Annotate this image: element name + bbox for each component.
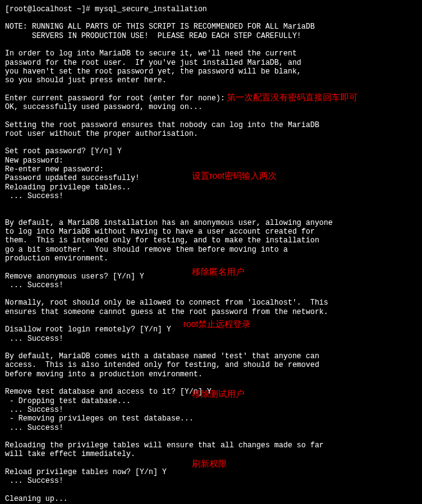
terminal-line — [5, 40, 417, 49]
terminal-line: ensures that someone cannot guess at the… — [5, 308, 417, 316]
terminal-line — [5, 432, 417, 441]
terminal-line: ... Success! — [5, 335, 417, 343]
terminal-line: - Removing privileges on test database..… — [5, 414, 417, 423]
terminal-line — [5, 343, 417, 352]
terminal-line: SERVERS IN PRODUCTION USE! PLEASE READ E… — [5, 32, 417, 40]
terminal-line: root user without the proper authorisati… — [5, 130, 417, 138]
terminal-line: them. This is intended only for testing,… — [5, 236, 417, 245]
terminal-line: before moving into a production environm… — [5, 370, 417, 379]
terminal-line — [5, 486, 417, 495]
terminal-line: OK, successfully used password, moving o… — [5, 103, 417, 112]
terminal-line: ... Success! — [5, 477, 417, 485]
terminal-line: password for the root user. If you've ju… — [5, 59, 417, 67]
terminal-line: By default, a MariaDB installation has a… — [5, 219, 417, 227]
terminal-line: Setting the root password ensures that n… — [5, 121, 417, 130]
terminal-line: Set root password? [Y/n] Y — [5, 147, 417, 156]
terminal-line: Cleaning up... — [5, 495, 417, 503]
annotation-disallow-remote-root: root禁止远程登录 — [183, 319, 251, 330]
terminal-line: to log into MariaDB without having to ha… — [5, 227, 417, 236]
terminal-line — [5, 138, 417, 147]
terminal-line: Normally, root should only be allowed to… — [5, 298, 417, 307]
terminal-line: [root@localhost ~]# mysql_secure_install… — [5, 5, 417, 14]
terminal-line: New password: — [5, 156, 417, 165]
terminal-line — [5, 379, 417, 388]
terminal-output: [root@localhost ~]# mysql_secure_install… — [5, 5, 417, 503]
terminal-line: will take effect immediately. — [5, 450, 417, 459]
terminal-line: access. This is also intended only for t… — [5, 361, 417, 369]
terminal-line: Reloading the privilege tables will ensu… — [5, 441, 417, 450]
terminal-line — [5, 210, 417, 219]
terminal-line: ... Success! — [5, 192, 417, 201]
terminal-line: NOTE: RUNNING ALL PARTS OF THIS SCRIPT I… — [5, 22, 417, 31]
terminal-line: so you should just press enter here. — [5, 76, 417, 85]
annotation-remove-test-db: 移除测试用户 — [192, 389, 244, 399]
terminal-line: production environment. — [5, 254, 417, 263]
terminal-line: ... Success! — [5, 406, 417, 414]
terminal-line — [5, 290, 417, 298]
terminal-line — [5, 112, 417, 121]
terminal-line: Reloading privilege tables.. — [5, 183, 417, 192]
terminal-line: Reload privilege tables now? [Y/n] Y — [5, 468, 417, 477]
terminal-line: In order to log into MariaDB to secure i… — [5, 49, 417, 58]
terminal-line: go a bit smoother. You should remove the… — [5, 245, 417, 254]
terminal-line: ... Success! — [5, 281, 417, 290]
annotation-remove-anon-users: 移除匿名用户 — [192, 267, 244, 277]
terminal-line: By default, MariaDB comes with a databas… — [5, 352, 417, 361]
annotation-set-root-password: 设置root密码输入两次 — [192, 171, 277, 181]
annotation-first-config: 第一次配置没有密码直接回车即可 — [227, 92, 358, 103]
terminal-line: ... Success! — [5, 424, 417, 432]
terminal-line — [5, 201, 417, 210]
terminal-line — [5, 14, 417, 22]
annotation-reload-privileges: 刷新权限 — [192, 459, 227, 469]
terminal-line: you haven't set the root password yet, t… — [5, 67, 417, 76]
